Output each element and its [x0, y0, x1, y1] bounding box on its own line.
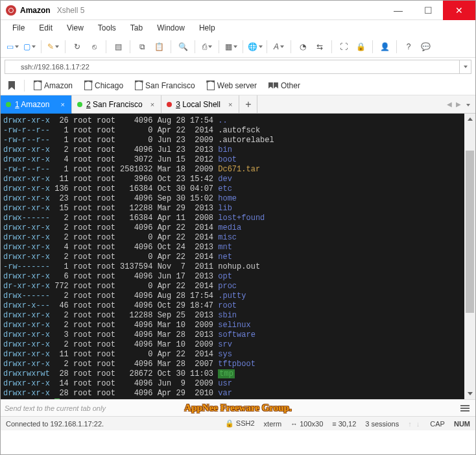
maximize-button[interactable]: ☐ — [413, 1, 443, 20]
watermark-text: AppNee Freeware Group. — [184, 402, 291, 413]
status-num: NUM — [454, 420, 470, 428]
properties-icon[interactable]: ▤ — [110, 39, 126, 55]
tab-bar: 1 Amazon×2 San Francisco×3 Local Shell×+… — [1, 95, 475, 114]
send-input[interactable]: Send text to the current tab only — [5, 404, 160, 412]
toolbar: ▭▢✎↻⎋▤⧉📋🔍⎙▦🌐A◔⇆⛶🔒👤?💬 — [1, 36, 475, 58]
bookmark-amazon[interactable]: Amazon — [30, 79, 77, 92]
key-icon[interactable]: ✎ — [45, 39, 61, 55]
scroll-thumb[interactable] — [466, 151, 474, 313]
color-icon[interactable]: ◔ — [295, 39, 311, 55]
toolbar-separator — [171, 40, 171, 53]
help-icon[interactable]: ? — [401, 39, 416, 55]
bookmark-san-francisco[interactable]: San Francisco — [131, 79, 199, 92]
lock-icon[interactable]: 🔒 — [353, 39, 368, 55]
address-bar: 🔒 — [1, 58, 475, 76]
send-bar: Send text to the current tab only AppNee… — [1, 399, 475, 416]
reconnect-icon[interactable]: ↻ — [69, 39, 85, 55]
toolbar-separator — [267, 40, 267, 53]
find-icon[interactable]: 🔍 — [175, 39, 191, 55]
menu-view[interactable]: View — [60, 21, 90, 34]
status-termtype: xterm — [264, 420, 282, 428]
tab-status-dot — [77, 102, 82, 107]
tab-nav[interactable]: ◀▶ — [442, 95, 475, 113]
toolbar-separator — [243, 40, 243, 53]
bookmark-other[interactable]: Other — [265, 79, 304, 92]
scroll-up-button[interactable] — [464, 114, 475, 125]
address-dropdown[interactable] — [460, 60, 471, 74]
toolbar-separator — [195, 40, 195, 53]
window-subtitle: Xshell 5 — [57, 6, 85, 15]
terminal-output[interactable]: drwxr-xr-x 26 root root 4096 Aug 28 17:5… — [1, 114, 464, 399]
status-arrows: ↑ ↓ — [408, 420, 421, 428]
user-icon[interactable]: 👤 — [377, 39, 392, 55]
menu-file[interactable]: File — [6, 21, 31, 34]
bookmark-chicago[interactable]: Chicago — [80, 79, 127, 92]
bookmark-ribbon-icon — [8, 81, 15, 90]
fullscreen-icon[interactable]: ⛶ — [336, 39, 351, 55]
tab-san-francisco[interactable]: 2 San Francisco× — [72, 95, 161, 113]
tab-close-icon[interactable]: × — [57, 101, 65, 108]
status-protocol: 🔒 SSH2 — [225, 419, 255, 428]
toolbar-separator — [372, 40, 373, 53]
bookmark-icon — [135, 81, 143, 90]
font-icon[interactable]: A — [271, 39, 287, 55]
tunnel-icon[interactable]: ⇆ — [312, 39, 327, 55]
scroll-down-button[interactable] — [464, 388, 475, 399]
bookmark-add[interactable] — [5, 79, 19, 92]
scrollbar[interactable] — [464, 114, 475, 399]
close-button[interactable]: ✕ — [443, 1, 475, 20]
status-cursor-pos: ≡ 30,12 — [332, 420, 356, 428]
address-input[interactable] — [5, 60, 460, 74]
status-bar: Connected to 192.168.1.17:22. 🔒 SSH2 xte… — [1, 416, 475, 430]
bookmark-bar: AmazonChicagoSan FranciscoWeb serverOthe… — [1, 76, 475, 95]
menu-bar: FileEditViewToolsTabWindowHelp — [1, 20, 475, 36]
new-tab-button[interactable]: + — [239, 95, 257, 113]
menu-help[interactable]: Help — [193, 21, 222, 34]
status-cap: CAP — [430, 420, 445, 428]
toolbar-separator — [65, 40, 65, 53]
layout-icon[interactable]: ▦ — [223, 39, 239, 55]
bookmark-icon — [207, 81, 215, 90]
chat-icon[interactable]: 💬 — [418, 39, 433, 55]
menu-tab[interactable]: Tab — [124, 21, 149, 34]
toolbar-separator — [331, 40, 332, 53]
toolbar-separator — [41, 40, 42, 53]
tab-close-icon[interactable]: × — [224, 101, 232, 108]
menu-tools[interactable]: Tools — [91, 21, 123, 34]
new-session-icon[interactable]: ▭ — [5, 39, 20, 55]
tab-amazon[interactable]: 1 Amazon× — [1, 95, 72, 114]
status-sessions: 3 sessions — [365, 420, 399, 428]
bookmark-icon — [34, 81, 42, 90]
window-title: Amazon — [20, 6, 51, 15]
bookmark-web-server[interactable]: Web server — [203, 79, 261, 92]
print-icon[interactable]: ⎙ — [199, 39, 215, 55]
paste-icon[interactable]: 📋 — [151, 39, 167, 55]
scroll-track[interactable] — [464, 125, 475, 388]
tab-close-icon[interactable]: × — [147, 101, 154, 108]
menu-edit[interactable]: Edit — [32, 21, 59, 34]
bookmark-icon — [84, 81, 92, 90]
toolbar-separator — [130, 40, 130, 53]
terminal-area: drwxr-xr-x 26 root root 4096 Aug 28 17:5… — [1, 114, 475, 399]
toolbar-separator — [106, 40, 106, 53]
tab-status-dot — [6, 102, 11, 107]
tab-status-dot — [167, 102, 172, 107]
minimize-button[interactable]: — — [383, 1, 413, 20]
copy-icon[interactable]: ⧉ — [134, 39, 150, 55]
toolbar-separator — [396, 40, 397, 53]
send-menu-button[interactable] — [458, 402, 471, 414]
toolbar-separator — [219, 40, 219, 53]
status-size: ↔ 100x30 — [291, 420, 323, 428]
globe-icon[interactable]: 🌐 — [247, 39, 263, 55]
menu-window[interactable]: Window — [150, 21, 191, 34]
folder-icon — [268, 82, 278, 89]
status-connection: Connected to 192.168.1.17:22. — [6, 420, 104, 428]
title-bar: Amazon Xshell 5 — ☐ ✕ — [1, 1, 475, 20]
open-icon[interactable]: ▢ — [21, 39, 37, 55]
app-icon — [6, 5, 16, 16]
tab-local-shell[interactable]: 3 Local Shell× — [161, 95, 239, 113]
toolbar-separator — [291, 40, 291, 53]
disconnect-icon[interactable]: ⎋ — [86, 39, 102, 55]
